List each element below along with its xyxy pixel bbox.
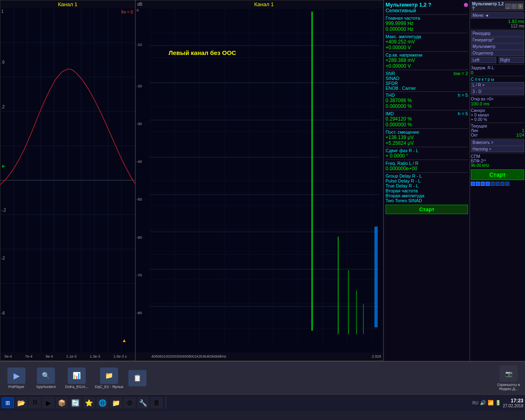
spec-y-50: -50 — [137, 197, 142, 201]
fr-lin-val: 1 — [522, 128, 524, 133]
fr-oct-label: Окт — [471, 133, 478, 137]
rp-thd-val1: 0.387086 % — [386, 98, 468, 103]
fr-start-btn[interactable]: Старт — [471, 169, 524, 180]
rp-max-amp1: +409.252 mV — [386, 39, 468, 45]
fr-sq-8 — [505, 182, 509, 186]
rp-main-freq1: 999.9998 Hz — [386, 21, 468, 26]
fr-multimeter-btn[interactable]: Мультиметр — [471, 43, 524, 50]
taskbar-files-icon[interactable]: 📁 — [110, 397, 122, 409]
taskbar-folder-icon[interactable]: 📂 — [15, 397, 27, 409]
windows-logo: ⊞ — [5, 399, 10, 406]
fr-3d-btn[interactable]: 3 - D — [471, 89, 524, 95]
rp-second-freq: Вторая частота — [386, 188, 468, 193]
spec-x-300: 300 — [176, 354, 182, 358]
dqc-label: DqC_E2 - Ярлык — [95, 385, 123, 389]
spec-title: Канал 1 — [146, 1, 381, 7]
rp-true-delay: True Delay R - L — [386, 183, 468, 188]
spec-bottom-val: 2.929 — [372, 354, 381, 358]
spec-y-40: -40 — [137, 160, 142, 164]
rp-dc-val1: +138.139 μV — [386, 135, 468, 140]
fr-right-btn[interactable]: Right — [499, 57, 524, 63]
svg-rect-28 — [311, 11, 313, 331]
fr-lr-row: Left Right — [471, 57, 524, 64]
taskbar-sep — [166, 397, 166, 409]
fr-left-btn[interactable]: Left — [471, 57, 496, 63]
fr-spm-label: СПМ — [471, 154, 524, 159]
rp-phase-label: Сдвиг фаз R - L — [386, 148, 468, 153]
taskbar-stars-icon[interactable]: ⭐ — [83, 397, 95, 409]
tb-app-potplayer[interactable]: ▶ PotPlayer — [3, 368, 30, 389]
fr-lr-spec-btn[interactable]: L / R > — [471, 82, 524, 88]
far-right-panel: Мультиметр 1,2 ? _ □ X Меню ◄ 1.82 ms 11… — [470, 0, 525, 361]
tb-app-extra[interactable]: 📋 — [127, 370, 148, 386]
svg-rect-29 — [338, 237, 339, 334]
rp-sfdr-label: SFDR — [386, 81, 468, 86]
rp-snr-row: SNR low = 2 — [386, 71, 468, 76]
spec-y-80: -80 — [137, 311, 142, 315]
rp-thd-val2: 0.000000 % — [386, 103, 468, 109]
tb-app-spyhunter[interactable]: 🔍 SpyHunter4 — [33, 368, 59, 389]
fr-hanning-btn[interactable]: Hanning > — [471, 146, 524, 152]
taskbar-trash-icon[interactable]: 🗑 — [151, 397, 163, 409]
tb-app-screenshot[interactable]: 📷 Скриншоты в Яндекс.Д... — [495, 365, 522, 391]
fr-maximize-btn[interactable]: □ — [511, 4, 517, 9]
osc-x-0: 5e-4 — [5, 354, 12, 358]
fr-close-btn[interactable]: X — [518, 4, 523, 9]
start-menu-button[interactable]: ⊞ — [2, 397, 14, 408]
fr-osc-btn[interactable]: Осциллогр — [471, 50, 524, 56]
taskbar-settings-icon[interactable]: ⚙ — [123, 397, 136, 409]
taskbar-archive-icon[interactable]: 📦 — [56, 397, 68, 409]
taskbar-media-icon[interactable]: ▶ — [42, 397, 55, 409]
osc-x-3: 1.1e-3 — [66, 354, 77, 358]
taskbar-tools-icon[interactable]: 🔧 — [137, 397, 149, 409]
spec-y-20: -20 — [137, 84, 142, 88]
osc-title: Канал 1 — [0, 0, 135, 8]
spec-x-60: 60 — [160, 354, 164, 358]
fr-menu-btn[interactable]: Меню ◄ — [471, 12, 524, 18]
osc-y-label-n02: -.2 — [1, 208, 6, 212]
fr-recorder-btn[interactable]: Рекордер — [471, 30, 524, 37]
spec-y-0: 0 — [137, 8, 139, 12]
rp-thd-h: h = 5 — [458, 93, 468, 98]
taskbar-top: ▶ PotPlayer 🔍 SpyHunter4 📊 DoKa_EGAI... … — [0, 362, 525, 395]
rp-max-amp-label: Макс. амплитуда — [386, 34, 468, 39]
start-button[interactable]: Старт — [386, 205, 468, 214]
osc-y-label-02: .2 — [1, 105, 5, 109]
rp-imd-val1: 0.294120 % — [386, 116, 468, 122]
clock-time: 17:23 — [503, 398, 523, 404]
fr-window-controls: _ □ X — [505, 4, 523, 9]
fr-generator-btn[interactable]: Генератор° — [471, 37, 524, 43]
extra-icon: 📋 — [128, 370, 146, 386]
potplayer-label: PotPlayer — [8, 385, 24, 389]
spec-x-40: 40 — [151, 354, 155, 358]
rp-thd-row: THD h = 5 — [386, 93, 468, 98]
fr-color-squares — [471, 182, 524, 186]
potplayer-icon: ▶ — [7, 368, 25, 384]
rp-main-freq2: 0.000000 Hz — [386, 26, 468, 32]
tb-app-dqc[interactable]: 📁 DqC_E2 - Ярлык — [94, 368, 124, 389]
fr-title-label: Мультиметр 1,2 ? — [472, 2, 505, 11]
rp-snr-val: low = 2 — [454, 71, 468, 76]
fr-delay-val: 0 — [471, 70, 524, 75]
rp-max-amp2: +0.00000 V — [386, 45, 468, 50]
taskbar-refresh-icon[interactable]: 🔄 — [69, 397, 82, 409]
svg-rect-30 — [348, 270, 349, 334]
taskbar: ▶ PotPlayer 🔍 SpyHunter4 📊 DoKa_EGAI... … — [0, 361, 525, 420]
fr-import-btn[interactable]: Взвесить > — [471, 139, 524, 146]
svg-rect-32 — [363, 304, 364, 334]
spec-y-10: -10 — [137, 43, 142, 47]
taskbar-browser-icon[interactable]: 🌐 — [96, 397, 109, 409]
spec-x-3k: 3k — [202, 354, 206, 358]
taskbar-bottom: ⊞ 📂 Я ▶ 📦 🔄 ⭐ 🌐 📁 ⚙ 🔧 🗑 RU 🔊 📶 🔋 17:23 — [0, 395, 525, 411]
spyhunter-icon: 🔍 — [37, 368, 55, 384]
rp-freq-ratio-val: 0.000000e+00 — [386, 166, 468, 171]
fr-open-label: Откр вх >0< — [471, 97, 524, 101]
fr-sq-7 — [500, 182, 504, 186]
fr-minimize-btn[interactable]: _ — [505, 4, 510, 9]
rp-imd-label: IMD — [386, 111, 394, 116]
osc-y-label-n2: -2 — [1, 256, 5, 260]
taskbar-yandex-icon[interactable]: Я — [29, 397, 41, 409]
tb-app-doka[interactable]: 📊 DoKa_EGAI... — [62, 368, 91, 389]
fr-delay-label: Задерж. R-L — [471, 66, 524, 70]
osc-y-label-06: .6 — [1, 60, 5, 64]
